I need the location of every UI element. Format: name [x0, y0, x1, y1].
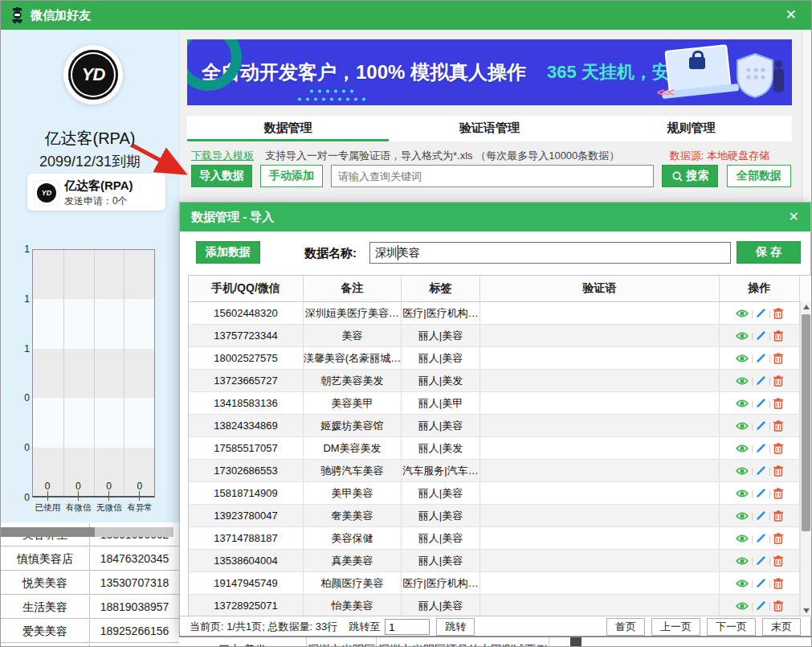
edit-icon[interactable] [756, 488, 766, 498]
table-row[interactable]: 13538604004 真美美容 丽人|美容 | [189, 550, 811, 572]
window-close-icon[interactable]: ✕ [785, 6, 797, 23]
data-name-input[interactable] [369, 242, 731, 264]
scrollbar-thumb[interactable] [802, 314, 810, 531]
cell-tag: 丽人|美容 [402, 415, 480, 436]
search-input[interactable] [331, 165, 654, 187]
table-row[interactable]: 19147945749 柏颜医疗美容 医疗|医疗机构… | [189, 572, 811, 595]
scrollbar-thumb[interactable] [1, 527, 95, 537]
table-row[interactable]: 13418583136 美容美甲 丽人|美甲 | [189, 392, 811, 415]
view-icon[interactable] [736, 601, 749, 611]
table-row[interactable]: 13723665727 朝艺美容美发 丽人|美发 | [189, 370, 811, 392]
edit-icon[interactable] [756, 600, 766, 611]
horizontal-scrollbar[interactable] [1, 527, 173, 537]
view-icon[interactable] [736, 354, 749, 363]
view-icon[interactable] [736, 421, 749, 431]
cell-verify [480, 595, 720, 616]
delete-icon[interactable] [773, 578, 783, 589]
delete-icon[interactable] [773, 465, 783, 477]
delete-icon[interactable] [773, 533, 783, 544]
table-row[interactable]: 17585517057 DM美容美发 丽人|美发 | [189, 437, 811, 460]
delete-icon[interactable] [773, 600, 783, 612]
delete-icon[interactable] [773, 420, 783, 432]
edit-icon[interactable] [756, 420, 766, 431]
table-row[interactable]: 13714788187 美容保健 丽人|美容 | [189, 527, 811, 550]
table-row[interactable]: 13824334869 姬媛坊美容馆 丽人|美容 | [189, 415, 811, 437]
all-data-button[interactable]: 全部数据 [727, 165, 791, 187]
y-tick-label: 0 [24, 493, 30, 502]
view-icon[interactable] [736, 444, 749, 453]
edit-icon[interactable] [756, 533, 766, 543]
cell-verify [480, 482, 720, 504]
view-icon[interactable] [736, 466, 749, 476]
tab-rule-management[interactable]: 规则管理 [590, 116, 792, 141]
save-button[interactable]: 保 存 [737, 241, 801, 264]
import-data-button[interactable]: 导入数据 [191, 165, 252, 187]
jump-page-input[interactable] [385, 619, 430, 635]
view-icon[interactable] [736, 534, 749, 543]
delete-icon[interactable] [773, 353, 783, 364]
edit-icon[interactable] [756, 308, 766, 318]
contact-row[interactable]: 爱美美容 18925266156 [1, 619, 179, 643]
table-row[interactable]: 13757723344 美容 丽人|美容 | [189, 325, 811, 347]
edit-icon[interactable] [756, 375, 766, 386]
delete-icon[interactable] [773, 510, 783, 522]
table-row[interactable]: 13923780047 奢美美容 丽人|美容 | [189, 505, 811, 527]
edit-icon[interactable] [756, 330, 766, 341]
view-icon[interactable] [736, 579, 749, 588]
table-scrollbar[interactable] [800, 301, 812, 616]
delete-icon[interactable] [773, 375, 783, 387]
delete-icon[interactable] [773, 443, 783, 454]
view-icon[interactable] [736, 376, 749, 386]
tab-verification-management[interactable]: 验证语管理 [389, 116, 590, 141]
next-page-button[interactable]: 下一页 [707, 618, 756, 636]
prev-page-button[interactable]: 上一页 [651, 618, 700, 636]
edit-icon[interactable] [756, 353, 766, 363]
contact-row[interactable]: 生活美容 18819038957 [1, 595, 179, 619]
delete-icon[interactable] [773, 330, 783, 342]
delete-icon[interactable] [773, 398, 783, 409]
edit-icon[interactable] [756, 510, 766, 521]
import-hint: 支持导入一对一专属验证语，导入格式为*.xls （每次最多导入10000条数据） [265, 149, 619, 163]
dialog-close-icon[interactable]: ✕ [789, 209, 799, 224]
first-page-button[interactable]: 首页 [606, 618, 645, 636]
download-template-link[interactable]: 下载导入模板 [191, 149, 254, 163]
view-icon[interactable] [736, 511, 749, 521]
table-header-row: 手机/QQ/微信 备注 标签 验证语 操作 [189, 276, 811, 302]
contact-row[interactable]: 悦美美容 13530707318 [1, 571, 179, 595]
add-data-button[interactable]: 添加数据 [196, 241, 260, 264]
table-row[interactable]: 15818714909 美甲美容 丽人|美容 | [189, 482, 811, 505]
table-row[interactable]: 17302686553 驰骋汽车美容 汽车服务|汽车… | [189, 460, 811, 482]
edit-icon[interactable] [756, 398, 766, 408]
view-icon[interactable] [736, 399, 749, 408]
search-button[interactable]: 搜索 [662, 165, 718, 187]
edit-icon[interactable] [756, 443, 766, 453]
last-page-button[interactable]: 末页 [762, 618, 801, 636]
manual-add-button[interactable]: 手动添加 [260, 165, 323, 187]
dialog-header[interactable]: 数据管理 - 导入 ✕ [180, 203, 810, 231]
edit-icon[interactable] [756, 578, 766, 588]
vertical-scrollbar-track[interactable] [802, 30, 812, 202]
col-header-verify: 验证语 [480, 276, 720, 301]
jump-button[interactable]: 跳转 [436, 618, 475, 636]
edit-icon[interactable] [756, 465, 766, 476]
view-icon[interactable] [736, 556, 749, 566]
sent-requests: 发送申请：0个 [64, 195, 128, 208]
delete-icon[interactable] [773, 488, 783, 499]
table-row[interactable]: 15602448320 深圳姮美医疗美容… 医疗|医疗机构… | [189, 302, 811, 325]
scroll-up-icon[interactable] [803, 305, 810, 309]
delete-icon[interactable] [773, 308, 783, 319]
contact-row[interactable]: 慎慎美容店 18476320345 [1, 547, 179, 571]
tab-data-management[interactable]: 数据管理 [187, 116, 389, 141]
delete-icon[interactable] [773, 555, 783, 567]
info-row: 下载导入模板 支持导入一对一专属验证语，导入格式为*.xls （每次最多导入10… [191, 149, 792, 163]
edit-icon[interactable] [756, 555, 766, 566]
cell-tag: 丽人|美容 [402, 325, 480, 346]
contact-row[interactable]: 美诊 13910716665 [1, 643, 179, 647]
table-row[interactable]: 13728925071 怡美美容 丽人|美容 | [189, 595, 811, 617]
table-row[interactable]: 18002527575 渼馨美容(名豪丽城… 丽人|美容 | [189, 347, 811, 370]
scroll-down-icon[interactable] [803, 608, 810, 613]
view-icon[interactable] [736, 309, 749, 318]
view-icon[interactable] [736, 331, 749, 341]
account-card[interactable]: YD 亿达客(RPA) 发送申请：0个 [27, 174, 165, 211]
view-icon[interactable] [736, 489, 749, 498]
